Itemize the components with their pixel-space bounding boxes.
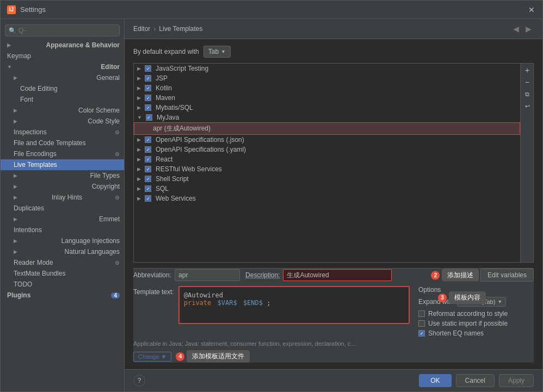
search-icon: 🔍 <box>9 27 16 34</box>
tree-group-kotlin[interactable]: ▶ Kotlin <box>134 83 520 93</box>
tree-group-react[interactable]: ▶ React <box>134 154 520 164</box>
sidebar-item-natural-languages[interactable]: ▶ Natural Languages <box>1 246 124 257</box>
sidebar-item-label: Inspections <box>14 128 47 136</box>
reformat-checkbox[interactable] <box>418 310 425 317</box>
sidebar-item-reader-mode[interactable]: Reader Mode ⚙ <box>1 257 124 268</box>
sidebar-item-plugins[interactable]: Plugins 4 <box>1 290 124 301</box>
semicolon: ; <box>267 299 270 307</box>
sidebar-item-editor[interactable]: ▼ Editor <box>1 61 124 72</box>
checkbox-openapi-json[interactable] <box>145 136 151 143</box>
panel-content: By default expand with Tab ▼ ▶ JavaScrip… <box>125 39 542 369</box>
sidebar-item-live-templates[interactable]: Live Templates <box>1 159 124 170</box>
tree-group-jsp[interactable]: ▶ JSP <box>134 73 520 83</box>
checkbox-sql[interactable] <box>145 185 151 192</box>
change-button[interactable]: Change ▼ <box>133 352 171 362</box>
apply-button[interactable]: Apply <box>499 374 534 387</box>
expand-icon: ▶ <box>137 157 141 162</box>
tree-group-maven[interactable]: ▶ Maven <box>134 93 520 103</box>
checkbox-jsp[interactable] <box>145 75 151 82</box>
expand-arrow-editor: ▼ <box>7 64 12 70</box>
cancel-button[interactable]: Cancel <box>456 374 495 387</box>
expand-arrow: ▶ <box>14 173 17 178</box>
tree-group-web-services[interactable]: ▶ Web Services <box>134 194 520 203</box>
sidebar-item-inspections[interactable]: Inspections ⚙ <box>1 127 124 138</box>
checkbox-mybatis[interactable] <box>145 104 151 111</box>
sidebar-item-font[interactable]: Font <box>1 94 124 105</box>
search-input[interactable] <box>18 27 116 34</box>
search-box[interactable]: 🔍 <box>5 24 120 36</box>
sidebar-item-file-code-templates[interactable]: File and Code Templates <box>1 138 124 148</box>
sidebar-item-copyright[interactable]: ▶ Copyright <box>1 181 124 192</box>
sidebar-item-duplicates[interactable]: Duplicates <box>1 203 124 214</box>
shorten-eq-option[interactable]: Shorten EQ names <box>418 329 534 337</box>
tree-group-openapi-json[interactable]: ▶ OpenAPI Specifications (.json) <box>134 135 520 145</box>
templates-list[interactable]: ▶ JavaScript Testing ▶ JSP ▶ Kotl <box>133 63 521 263</box>
tree-group-sql[interactable]: ▶ SQL <box>134 184 520 194</box>
edit-variables-btn[interactable]: Edit variables <box>480 269 534 282</box>
sidebar-item-label: Duplicates <box>14 204 44 212</box>
back-button[interactable]: ◀ <box>511 23 521 34</box>
title-bar-controls: ✕ <box>527 5 536 14</box>
group-label: React <box>156 155 172 163</box>
sidebar-item-color-scheme[interactable]: ▶ Color Scheme <box>1 105 124 116</box>
sidebar-item-label: Inlay Hints <box>52 194 82 201</box>
copy-template-btn[interactable]: ⧉ <box>522 89 533 99</box>
forward-button[interactable]: ▶ <box>523 23 534 34</box>
checkbox-react[interactable] <box>145 156 151 163</box>
description-input[interactable] <box>283 269 392 281</box>
expand-icon: ▶ <box>137 137 141 142</box>
sidebar-item-emmet[interactable]: ▶ Emmet <box>1 214 124 225</box>
breadcrumb-nav: ◀ ▶ <box>511 23 534 34</box>
template-text-area[interactable]: @Autowired private $VAR$ $END$ ; <box>178 286 410 324</box>
sidebar-item-code-style[interactable]: ▶ Code Style <box>1 116 124 127</box>
sidebar-item-language-injections[interactable]: ▶ Language Injections <box>1 235 124 246</box>
sidebar-item-appearance[interactable]: ▶ Appearance & Behavior <box>1 40 124 51</box>
breadcrumb-separator: › <box>153 25 156 33</box>
checkbox-maven[interactable] <box>145 95 151 101</box>
checkbox-openapi-yaml[interactable] <box>145 146 151 153</box>
help-button[interactable]: ? <box>133 375 145 387</box>
checkbox-shell[interactable] <box>145 176 151 182</box>
settings-icon3: ⚙ <box>115 195 120 201</box>
sidebar-item-file-types[interactable]: ▶ File Types <box>1 170 124 181</box>
expand-icon: ▶ <box>137 196 141 201</box>
tree-group-openapi-yaml[interactable]: ▶ OpenAPI Specifications (.yaml) <box>134 145 520 154</box>
checkbox-myjava[interactable] <box>146 114 152 121</box>
restore-template-btn[interactable]: ↩ <box>522 101 533 111</box>
checkbox-kotlin[interactable] <box>145 85 151 91</box>
sidebar-item-general[interactable]: ▶ General <box>1 72 124 83</box>
tree-group-myjava[interactable]: ▼ MyJava <box>134 113 520 122</box>
sidebar-item-label: Code Editing <box>20 85 58 92</box>
sidebar-item-code-editing[interactable]: Code Editing <box>1 83 124 94</box>
tree-group-restful[interactable]: ▶ RESTful Web Services <box>134 164 520 174</box>
sidebar-item-intentions[interactable]: Intentions <box>1 225 124 235</box>
checkbox-restful[interactable] <box>145 166 151 172</box>
expand-with-dropdown[interactable]: Tab ▼ <box>203 46 231 58</box>
tree-item-apr[interactable]: apr (生成Autowired) 1 生成模板 <box>134 122 520 135</box>
tree-group-mybatis[interactable]: ▶ Mybatis/SQL <box>134 103 520 113</box>
sidebar-item-textmate[interactable]: TextMate Bundles <box>1 268 124 279</box>
description-group: Description: 2 添加描述 <box>245 269 392 281</box>
settings-icon: ⚙ <box>115 129 120 135</box>
tree-group-shell[interactable]: ▶ Shell Script <box>134 174 520 184</box>
bubble-3-text: 模板内容 <box>449 291 486 304</box>
tree-group-js-testing[interactable]: ▶ JavaScript Testing <box>134 64 520 73</box>
checkbox-js-testing[interactable] <box>145 65 151 72</box>
expand-icon: ▶ <box>137 76 141 81</box>
reformat-option[interactable]: Reformat according to style <box>418 310 534 318</box>
static-import-option[interactable]: Use static import if possible <box>418 320 534 327</box>
close-button[interactable]: ✕ <box>527 5 536 14</box>
abbreviation-input[interactable] <box>175 269 240 281</box>
remove-template-btn[interactable]: − <box>522 77 533 88</box>
sidebar-item-label: TODO <box>14 281 32 288</box>
shorten-eq-checkbox[interactable] <box>418 330 425 337</box>
checkbox-web-services[interactable] <box>145 195 151 202</box>
sidebar-item-inlay-hints[interactable]: ▶ Inlay Hints ⚙ <box>1 192 124 203</box>
sidebar-item-label: File and Code Templates <box>14 139 86 147</box>
ok-button[interactable]: OK <box>419 374 451 387</box>
sidebar-item-todo[interactable]: TODO <box>1 279 124 290</box>
sidebar-item-keymap[interactable]: Keymap <box>1 51 124 61</box>
add-template-btn[interactable]: + <box>522 65 533 76</box>
sidebar-item-file-encodings[interactable]: File Encodings ⚙ <box>1 148 124 159</box>
static-import-checkbox[interactable] <box>418 320 425 327</box>
